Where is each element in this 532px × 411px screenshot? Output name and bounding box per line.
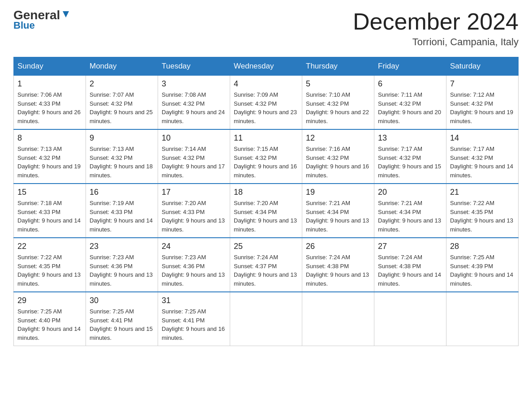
- day-number: 16: [90, 188, 154, 197]
- day-info: Sunrise: 7:21 AM Sunset: 4:34 PM Dayligh…: [306, 199, 370, 234]
- day-number: 3: [162, 79, 226, 89]
- day-number: 30: [90, 296, 154, 305]
- calendar-day-cell: [374, 292, 446, 346]
- calendar-table: Sunday Monday Tuesday Wednesday Thursday…: [13, 57, 519, 346]
- calendar-day-cell: 10 Sunrise: 7:14 AM Sunset: 4:32 PM Dayl…: [158, 129, 230, 184]
- calendar-day-cell: 5 Sunrise: 7:10 AM Sunset: 4:32 PM Dayli…: [302, 76, 374, 130]
- calendar-day-cell: 23 Sunrise: 7:23 AM Sunset: 4:36 PM Dayl…: [86, 238, 158, 292]
- svg-marker-0: [63, 11, 69, 17]
- logo: General Blue: [13, 9, 71, 31]
- day-info: Sunrise: 7:24 AM Sunset: 4:38 PM Dayligh…: [306, 253, 370, 288]
- calendar-day-cell: 27 Sunrise: 7:24 AM Sunset: 4:38 PM Dayl…: [374, 238, 446, 292]
- calendar-day-cell: 6 Sunrise: 7:11 AM Sunset: 4:32 PM Dayli…: [374, 76, 446, 130]
- calendar-day-cell: 18 Sunrise: 7:20 AM Sunset: 4:34 PM Dayl…: [230, 184, 302, 238]
- day-info: Sunrise: 7:23 AM Sunset: 4:36 PM Dayligh…: [90, 253, 154, 288]
- day-info: Sunrise: 7:25 AM Sunset: 4:40 PM Dayligh…: [17, 307, 82, 342]
- calendar-body: 1 Sunrise: 7:06 AM Sunset: 4:33 PM Dayli…: [14, 76, 519, 346]
- calendar-day-cell: 19 Sunrise: 7:21 AM Sunset: 4:34 PM Dayl…: [302, 184, 374, 238]
- calendar-header: Sunday Monday Tuesday Wednesday Thursday…: [14, 57, 519, 76]
- day-info: Sunrise: 7:16 AM Sunset: 4:32 PM Dayligh…: [306, 145, 370, 180]
- calendar-day-cell: 4 Sunrise: 7:09 AM Sunset: 4:32 PM Dayli…: [230, 76, 302, 130]
- calendar-day-cell: 13 Sunrise: 7:17 AM Sunset: 4:32 PM Dayl…: [374, 129, 446, 184]
- calendar-day-cell: 11 Sunrise: 7:15 AM Sunset: 4:32 PM Dayl…: [230, 129, 302, 184]
- day-number: 19: [306, 188, 370, 197]
- calendar-week-row: 8 Sunrise: 7:13 AM Sunset: 4:32 PM Dayli…: [14, 129, 519, 184]
- calendar-day-cell: [446, 292, 519, 346]
- day-info: Sunrise: 7:22 AM Sunset: 4:35 PM Dayligh…: [17, 253, 82, 288]
- calendar-day-cell: 29 Sunrise: 7:25 AM Sunset: 4:40 PM Dayl…: [14, 292, 86, 346]
- day-info: Sunrise: 7:23 AM Sunset: 4:36 PM Dayligh…: [162, 253, 226, 288]
- logo-arrow-icon: [61, 9, 71, 19]
- day-info: Sunrise: 7:17 AM Sunset: 4:32 PM Dayligh…: [450, 145, 515, 180]
- calendar-day-cell: 20 Sunrise: 7:21 AM Sunset: 4:34 PM Dayl…: [374, 184, 446, 238]
- day-number: 25: [234, 242, 298, 251]
- day-number: 13: [378, 133, 442, 143]
- day-number: 22: [17, 242, 82, 251]
- calendar-day-cell: 16 Sunrise: 7:19 AM Sunset: 4:33 PM Dayl…: [86, 184, 158, 238]
- day-number: 23: [90, 242, 154, 251]
- col-thursday: Thursday: [302, 57, 374, 76]
- day-info: Sunrise: 7:07 AM Sunset: 4:32 PM Dayligh…: [90, 90, 154, 125]
- calendar-day-cell: 2 Sunrise: 7:07 AM Sunset: 4:32 PM Dayli…: [86, 76, 158, 130]
- day-number: 4: [234, 79, 298, 89]
- day-info: Sunrise: 7:10 AM Sunset: 4:32 PM Dayligh…: [306, 90, 370, 125]
- day-number: 9: [90, 133, 154, 143]
- calendar-day-cell: [230, 292, 302, 346]
- col-tuesday: Tuesday: [158, 57, 230, 76]
- day-number: 11: [234, 133, 298, 143]
- day-number: 6: [378, 79, 442, 89]
- day-number: 28: [450, 242, 515, 251]
- day-number: 21: [450, 188, 515, 197]
- calendar-day-cell: 24 Sunrise: 7:23 AM Sunset: 4:36 PM Dayl…: [158, 238, 230, 292]
- day-number: 1: [17, 79, 82, 89]
- day-info: Sunrise: 7:15 AM Sunset: 4:32 PM Dayligh…: [234, 145, 298, 180]
- calendar-day-cell: 28 Sunrise: 7:25 AM Sunset: 4:39 PM Dayl…: [446, 238, 519, 292]
- day-info: Sunrise: 7:11 AM Sunset: 4:32 PM Dayligh…: [378, 90, 442, 125]
- calendar-week-row: 1 Sunrise: 7:06 AM Sunset: 4:33 PM Dayli…: [14, 76, 519, 130]
- day-info: Sunrise: 7:13 AM Sunset: 4:32 PM Dayligh…: [17, 145, 82, 180]
- day-number: 10: [162, 133, 226, 143]
- day-info: Sunrise: 7:09 AM Sunset: 4:32 PM Dayligh…: [234, 90, 298, 125]
- calendar-day-cell: 9 Sunrise: 7:13 AM Sunset: 4:32 PM Dayli…: [86, 129, 158, 184]
- day-info: Sunrise: 7:19 AM Sunset: 4:33 PM Dayligh…: [90, 199, 154, 234]
- day-info: Sunrise: 7:13 AM Sunset: 4:32 PM Dayligh…: [90, 145, 154, 180]
- page-header: General Blue December 2024 Torrioni, Cam…: [13, 9, 519, 48]
- title-block: December 2024 Torrioni, Campania, Italy: [353, 9, 519, 48]
- col-saturday: Saturday: [446, 57, 519, 76]
- header-row: Sunday Monday Tuesday Wednesday Thursday…: [14, 57, 519, 76]
- day-info: Sunrise: 7:24 AM Sunset: 4:38 PM Dayligh…: [378, 253, 442, 288]
- calendar-week-row: 15 Sunrise: 7:18 AM Sunset: 4:33 PM Dayl…: [14, 184, 519, 238]
- logo-blue-text: Blue: [13, 20, 35, 31]
- day-info: Sunrise: 7:06 AM Sunset: 4:33 PM Dayligh…: [17, 90, 82, 125]
- location-subtitle: Torrioni, Campania, Italy: [353, 36, 519, 48]
- calendar-day-cell: 21 Sunrise: 7:22 AM Sunset: 4:35 PM Dayl…: [446, 184, 519, 238]
- day-info: Sunrise: 7:24 AM Sunset: 4:37 PM Dayligh…: [234, 253, 298, 288]
- day-number: 31: [162, 296, 226, 305]
- day-number: 17: [162, 188, 226, 197]
- col-sunday: Sunday: [14, 57, 86, 76]
- day-info: Sunrise: 7:21 AM Sunset: 4:34 PM Dayligh…: [378, 199, 442, 234]
- day-number: 18: [234, 188, 298, 197]
- day-info: Sunrise: 7:12 AM Sunset: 4:32 PM Dayligh…: [450, 90, 515, 125]
- calendar-day-cell: 26 Sunrise: 7:24 AM Sunset: 4:38 PM Dayl…: [302, 238, 374, 292]
- calendar-day-cell: 17 Sunrise: 7:20 AM Sunset: 4:33 PM Dayl…: [158, 184, 230, 238]
- day-number: 7: [450, 79, 515, 89]
- day-number: 2: [90, 79, 154, 89]
- calendar-day-cell: 1 Sunrise: 7:06 AM Sunset: 4:33 PM Dayli…: [14, 76, 86, 130]
- calendar-day-cell: 3 Sunrise: 7:08 AM Sunset: 4:32 PM Dayli…: [158, 76, 230, 130]
- day-info: Sunrise: 7:25 AM Sunset: 4:41 PM Dayligh…: [90, 307, 154, 342]
- day-info: Sunrise: 7:25 AM Sunset: 4:39 PM Dayligh…: [450, 253, 515, 288]
- day-number: 24: [162, 242, 226, 251]
- calendar-week-row: 22 Sunrise: 7:22 AM Sunset: 4:35 PM Dayl…: [14, 238, 519, 292]
- calendar-day-cell: 31 Sunrise: 7:25 AM Sunset: 4:41 PM Dayl…: [158, 292, 230, 346]
- day-number: 20: [378, 188, 442, 197]
- day-number: 29: [17, 296, 82, 305]
- calendar-day-cell: 15 Sunrise: 7:18 AM Sunset: 4:33 PM Dayl…: [14, 184, 86, 238]
- day-number: 14: [450, 133, 515, 143]
- calendar-day-cell: 14 Sunrise: 7:17 AM Sunset: 4:32 PM Dayl…: [446, 129, 519, 184]
- col-friday: Friday: [374, 57, 446, 76]
- day-number: 26: [306, 242, 370, 251]
- day-info: Sunrise: 7:25 AM Sunset: 4:41 PM Dayligh…: [162, 307, 226, 342]
- calendar-week-row: 29 Sunrise: 7:25 AM Sunset: 4:40 PM Dayl…: [14, 292, 519, 346]
- calendar-day-cell: 22 Sunrise: 7:22 AM Sunset: 4:35 PM Dayl…: [14, 238, 86, 292]
